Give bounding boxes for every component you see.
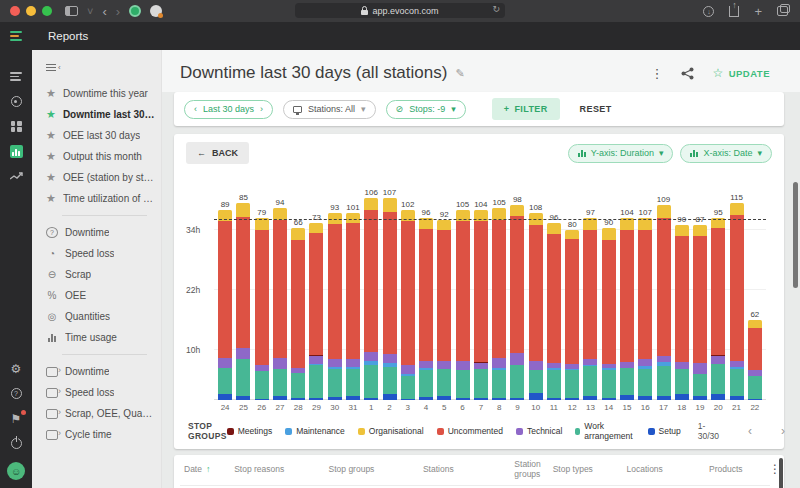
bar-column[interactable]: 106 bbox=[362, 180, 380, 400]
sidebar-item-favorite[interactable]: ★OEE last 30 days bbox=[32, 125, 161, 146]
legend-item[interactable]: Organisational bbox=[358, 426, 424, 436]
column-header[interactable]: Stop groups bbox=[325, 455, 419, 485]
sidebar-item-favorite[interactable]: ★OEE (station by station co... bbox=[32, 167, 161, 188]
column-header[interactable]: Locations bbox=[622, 455, 705, 485]
bar-column[interactable]: 92 bbox=[435, 180, 453, 400]
bar-column[interactable]: 90 bbox=[600, 180, 618, 400]
browser-share-icon[interactable] bbox=[729, 6, 739, 17]
new-tab-icon[interactable]: + bbox=[754, 5, 762, 18]
bar-column[interactable]: 107 bbox=[636, 180, 654, 400]
bar-column[interactable]: 80 bbox=[563, 180, 581, 400]
bar-column[interactable]: 105 bbox=[490, 180, 508, 400]
browser-sidebar-icon[interactable] bbox=[65, 6, 78, 16]
bar-column[interactable]: 107 bbox=[380, 180, 398, 400]
checklist-icon[interactable] bbox=[0, 89, 32, 114]
y-axis-selector[interactable]: Y-axis: Duration ▾ bbox=[568, 144, 674, 163]
bar-column[interactable]: 73 bbox=[307, 180, 325, 400]
update-button[interactable]: ☆ UPDATE bbox=[712, 66, 770, 80]
fullscreen-window-button[interactable] bbox=[42, 6, 52, 16]
column-header[interactable]: Station groups bbox=[510, 455, 548, 485]
bar-column[interactable]: 96 bbox=[545, 180, 563, 400]
help-icon[interactable]: ? bbox=[0, 381, 32, 406]
bar-column[interactable]: 104 bbox=[618, 180, 636, 400]
column-header[interactable]: Stop types bbox=[549, 455, 623, 485]
collapse-sidebar-icon[interactable]: ‹ bbox=[32, 60, 161, 83]
legend-item[interactable]: Meetings bbox=[227, 426, 273, 436]
sidebar-item-report[interactable]: Time usage bbox=[32, 327, 161, 348]
refresh-icon[interactable]: ↻ bbox=[492, 4, 500, 14]
edit-title-icon[interactable]: ✎ bbox=[455, 67, 464, 80]
notifications-flag-icon[interactable]: ⚑ bbox=[0, 406, 32, 431]
bar-column[interactable]: 105 bbox=[453, 180, 471, 400]
share-icon[interactable] bbox=[681, 67, 694, 80]
page-next-icon[interactable]: › bbox=[781, 424, 785, 438]
trend-icon[interactable] bbox=[0, 164, 32, 189]
bar-column[interactable]: 101 bbox=[344, 180, 362, 400]
chevron-right-icon[interactable]: › bbox=[260, 104, 263, 114]
bar-column[interactable]: 94 bbox=[271, 180, 289, 400]
more-options-icon[interactable]: ⋮ bbox=[650, 66, 663, 81]
evocon-menu-icon[interactable] bbox=[0, 31, 32, 41]
bar-column[interactable]: 102 bbox=[399, 180, 417, 400]
sidebar-item-favorite[interactable]: ★Output this month bbox=[32, 146, 161, 167]
legend-item[interactable]: Technical bbox=[516, 426, 562, 436]
bar-column[interactable]: 79 bbox=[253, 180, 271, 400]
sidebar-item-report[interactable]: ?Downtime bbox=[32, 222, 161, 243]
sidebar-item-report[interactable]: ◎Quantities bbox=[32, 306, 161, 327]
legend-item[interactable]: Uncommented bbox=[437, 426, 503, 436]
date-range-pill[interactable]: ‹ Last 30 days › bbox=[184, 100, 273, 119]
bar-column[interactable]: 85 bbox=[234, 180, 252, 400]
bar-column[interactable]: 98 bbox=[508, 180, 526, 400]
sidebar-item-report[interactable]: ◔Speed loss bbox=[32, 243, 161, 264]
x-axis-selector[interactable]: X-axis: Date ▾ bbox=[680, 144, 772, 163]
bar-column[interactable]: 93 bbox=[326, 180, 344, 400]
bar-column[interactable]: 89 bbox=[216, 180, 234, 400]
sidebar-item-export[interactable]: Speed loss bbox=[32, 382, 161, 403]
sidebar-item-export[interactable]: Scrap, OEE, Quantities, Ti... bbox=[32, 403, 161, 424]
reset-button[interactable]: RESET bbox=[580, 104, 612, 114]
sidebar-item-export[interactable]: Cycle time bbox=[32, 424, 161, 445]
chevron-down-icon[interactable]: ˅ bbox=[87, 6, 93, 17]
table-scrollbar[interactable] bbox=[779, 458, 783, 488]
chevron-left-icon[interactable]: ‹ bbox=[194, 104, 197, 114]
user-avatar[interactable]: ☺ bbox=[7, 462, 25, 480]
bar-column[interactable]: 95 bbox=[709, 180, 727, 400]
bar-column[interactable]: 90 bbox=[673, 180, 691, 400]
bar-column[interactable]: 66 bbox=[289, 180, 307, 400]
column-header[interactable]: Stop reasons bbox=[230, 455, 324, 485]
bar-column[interactable]: 97 bbox=[581, 180, 599, 400]
bar-column[interactable]: 104 bbox=[472, 180, 490, 400]
minimize-window-button[interactable] bbox=[26, 6, 36, 16]
forward-nav-icon[interactable]: › bbox=[116, 5, 120, 18]
bar-column[interactable]: 96 bbox=[417, 180, 435, 400]
extension-icon[interactable] bbox=[150, 5, 162, 17]
sidebar-item-export[interactable]: Downtime bbox=[32, 361, 161, 382]
page-prev-icon[interactable]: ‹ bbox=[748, 424, 752, 438]
sidebar-item-favorite[interactable]: ★Time utilization of all mac... bbox=[32, 188, 161, 209]
extension-icon[interactable] bbox=[129, 5, 141, 17]
legend-item[interactable]: Maintenance bbox=[285, 426, 345, 436]
dashboard-grid-icon[interactable] bbox=[0, 114, 32, 139]
bar-column[interactable]: 108 bbox=[527, 180, 545, 400]
bar-column[interactable]: 62 bbox=[746, 180, 764, 400]
downloads-icon[interactable]: ↓ bbox=[703, 6, 714, 17]
window-scrollbar[interactable] bbox=[793, 182, 798, 288]
tab-overview-icon[interactable] bbox=[777, 6, 788, 16]
column-header[interactable]: Stations bbox=[419, 455, 510, 485]
bar-column[interactable]: 87 bbox=[691, 180, 709, 400]
column-header[interactable]: Date↑ bbox=[180, 455, 230, 485]
sidebar-item-favorite[interactable]: ★Downtime last 30 days (al... bbox=[32, 104, 161, 125]
sidebar-item-report[interactable]: ⊖Scrap bbox=[32, 264, 161, 285]
settings-gear-icon[interactable]: ⚙ bbox=[0, 356, 32, 381]
stations-pill[interactable]: Stations: All ▾ bbox=[283, 100, 376, 119]
logout-power-icon[interactable] bbox=[0, 431, 32, 456]
bar-column[interactable]: 115 bbox=[727, 180, 745, 400]
sidebar-item-favorite[interactable]: ★Downtime this year bbox=[32, 83, 161, 104]
url-bar[interactable]: app.evocon.com ↻ bbox=[295, 3, 505, 18]
sidebar-item-report[interactable]: %OEE bbox=[32, 285, 161, 306]
back-button[interactable]: ← BACK bbox=[186, 142, 249, 164]
reports-icon[interactable] bbox=[0, 139, 32, 164]
bar-column[interactable]: 109 bbox=[654, 180, 672, 400]
add-filter-button[interactable]: +FILTER bbox=[492, 98, 560, 120]
shift-view-icon[interactable] bbox=[0, 64, 32, 89]
